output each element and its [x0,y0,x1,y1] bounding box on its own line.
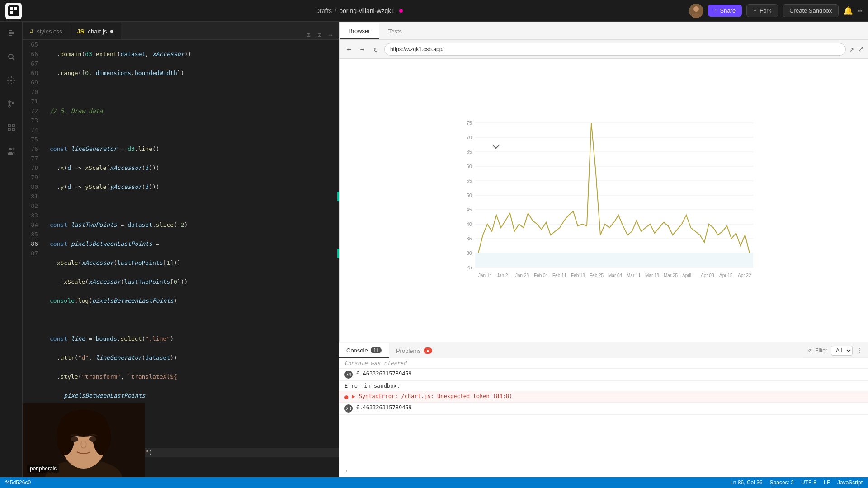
avatar[interactable] [689,4,703,18]
svg-point-19 [12,148,14,150]
sidebar-icon-extensions[interactable] [4,120,19,135]
svg-rect-2 [14,7,17,10]
svg-rect-7 [9,30,12,31]
svg-text:Mar 18: Mar 18 [645,273,660,278]
tab-toolbar: ⊞ ⊡ ⋯ [304,30,339,39]
browser-toolbar: ← → ↻ https://wzqk1.csb.app/ ↗ ⤢ [340,40,868,59]
breadcrumb-drafts[interactable]: Drafts [315,7,332,14]
tab-bar: # styles.css JS chart.js ⊞ ⊡ ⋯ [23,22,339,40]
svg-point-18 [9,148,12,150]
chart-container: 75 70 65 60 55 50 45 40 35 30 25 [340,59,868,342]
status-bar-left: f45d526c0 [5,479,31,486]
tab-browser[interactable]: Browser [340,23,379,39]
browser-url-bar[interactable]: https://wzqk1.csb.app/ [384,43,846,56]
right-panel: Browser Tests ← → ↻ https://wzqk1.csb.ap… [339,22,868,477]
breadcrumb-sandbox-name[interactable]: boring-villani-wzqk1 [339,7,395,14]
share-button[interactable]: ↑ Share [708,5,742,17]
browser-forward-btn[interactable]: → [358,43,368,55]
fork-icon: ⑂ [753,7,757,14]
console-content[interactable]: Console was cleared 34 6.463326315789459… [339,358,868,464]
svg-point-5 [693,6,699,12]
change-indicator-2 [337,249,339,258]
svg-text:75: 75 [466,120,472,126]
filter-label: Filter [815,347,827,354]
split-editor-icon[interactable]: ⊞ [304,30,312,39]
svg-rect-9 [9,33,14,34]
sidebar-icons [0,22,23,477]
browser-refresh-btn[interactable]: ↻ [371,43,381,55]
console-log-line-2: 23 6.463326315789459 [339,403,868,415]
problems-badge: ● [424,347,432,354]
sidebar-icon-git[interactable] [4,97,19,111]
svg-point-15 [9,105,10,107]
status-line-ending[interactable]: LF [824,479,830,486]
svg-rect-10 [9,35,12,36]
browser-content: 75 70 65 60 55 50 45 40 35 30 25 [340,59,868,342]
svg-point-13 [10,80,12,81]
console-cleared-line: Console was cleared [339,358,868,369]
modified-indicator [110,30,113,33]
console-log-line-1: 34 6.463326315789459 [339,369,868,381]
sidebar-icon-people[interactable] [4,144,19,158]
svg-text:50: 50 [466,192,472,198]
tab-styles-css[interactable]: # styles.css [23,23,70,39]
svg-text:35: 35 [466,236,472,241]
svg-text:Apr 22: Apr 22 [738,273,751,278]
svg-rect-52 [475,253,753,267]
svg-text:Feb 11: Feb 11 [552,273,567,278]
svg-rect-29 [475,117,753,261]
console-filter-select[interactable]: All [831,346,853,356]
browser-external-link-icon[interactable]: ↗ [849,45,854,53]
svg-text:65: 65 [466,149,472,155]
app-logo[interactable] [5,3,22,19]
svg-text:Jan 21: Jan 21 [497,273,510,278]
status-language[interactable]: JavaScript [837,479,863,486]
svg-rect-3 [10,11,13,14]
browser-popout-icon[interactable]: ⤢ [858,45,863,53]
topbar: Drafts / boring-villani-wzqk1 ↑ Share ⑂ … [0,0,868,22]
status-spaces[interactable]: Spaces: 2 [770,479,794,486]
console-panel: Console 11 Problems ● ⊘ Filter All ⋮ [339,342,868,477]
console-filter-row: ⊘ Filter All ⋮ [803,344,868,358]
sidebar-icon-search[interactable] [4,50,19,64]
filter-options-icon[interactable]: ⋮ [856,347,863,354]
code-editor[interactable]: 65 66 67 68 69 70 71 72 73 74 75 76 77 7… [23,40,339,477]
status-encoding[interactable]: UTF-8 [801,479,816,486]
more-options-icon[interactable]: ⋯ [326,30,335,39]
svg-text:Mar 11: Mar 11 [627,273,641,278]
browser-panel: Browser Tests ← → ↻ https://wzqk1.csb.ap… [339,22,868,342]
layout-icon[interactable]: ⊡ [315,30,323,39]
sidebar-icon-files[interactable] [4,26,19,41]
tab-chart-js[interactable]: JS chart.js [70,23,122,39]
svg-text:30: 30 [466,250,472,256]
more-options-icon[interactable]: ⋯ [858,6,863,15]
svg-text:Apr 15: Apr 15 [719,273,733,278]
svg-line-12 [13,58,14,60]
svg-text:40: 40 [466,221,472,227]
share-icon: ↑ [714,7,717,14]
console-input-row: › [339,464,868,477]
tab-tests[interactable]: Tests [379,23,411,39]
status-line-col[interactable]: Ln 86, Col 36 [730,479,762,486]
browser-back-btn[interactable]: ← [344,43,354,55]
tab-console[interactable]: Console 11 [339,343,389,358]
svg-text:60: 60 [466,164,472,169]
js-icon: JS [77,28,85,35]
svg-rect-1 [10,7,13,10]
fork-button[interactable]: ⑂ Fork [746,4,778,17]
svg-text:45: 45 [466,207,472,212]
svg-point-27 [71,436,78,442]
svg-text:55: 55 [466,178,472,183]
svg-text:April: April [682,273,691,278]
svg-text:Feb 18: Feb 18 [571,273,585,278]
console-clear-icon[interactable]: ⊘ [808,347,811,354]
create-sandbox-button[interactable]: Create Sandbox [783,4,839,17]
svg-rect-0 [8,5,19,16]
tab-problems[interactable]: Problems ● [389,343,439,358]
git-branch[interactable]: f45d526c0 [5,479,31,486]
sidebar-icon-settings[interactable] [4,73,19,88]
chart-svg: 75 70 65 60 55 50 45 40 35 30 25 [450,117,758,284]
notifications-icon[interactable]: 🔔 [843,6,853,15]
console-tabs: Console 11 Problems ● ⊘ Filter All ⋮ [339,342,868,358]
error-expand-btn[interactable]: ▶ [352,393,355,399]
